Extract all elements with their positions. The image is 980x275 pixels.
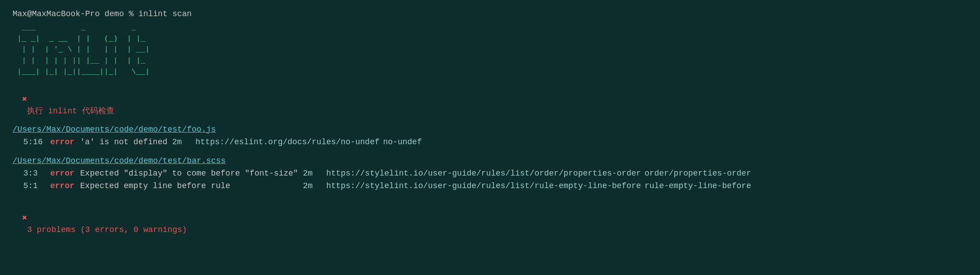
status-text: 执行 inlint 代码检查 [22, 107, 114, 116]
lint-line-col: 3:3 [23, 168, 47, 180]
prompt-line: Max@MaxMacBook-Pro demo % inlint scan [13, 8, 967, 20]
file-path-1: /Users/Max/Documents/code/demo/test/foo.… [13, 124, 967, 135]
lint-line-col: 5:16 [23, 136, 47, 149]
lint-age: 2m [303, 180, 319, 193]
status-icon: ✖ [22, 95, 27, 104]
status-line: ✖ 执行 inlint 代码检查 [13, 82, 967, 117]
ascii-line-3: | | | '_ \ | | | | | __| [13, 44, 967, 56]
ascii-line-2: |_ _| _ __ | | (_) | |_ [13, 34, 967, 45]
lint-row-2-1: 3:3 error Expected "display" to come bef… [13, 168, 967, 180]
summary-icon: ✖ [22, 214, 27, 223]
ascii-logo: ___ _ _ |_ _| _ __ | | (_) | |_ | | | '_… [13, 22, 967, 77]
lint-rule: order/properties-order [645, 168, 751, 180]
lint-age: 2m [303, 168, 319, 180]
lint-line-col: 5:1 [23, 180, 47, 193]
lint-rule: rule-empty-line-before [645, 180, 751, 193]
lint-severity: error [50, 168, 75, 180]
lint-row-2-2: 5:1 error Expected empty line before rul… [13, 180, 967, 193]
lint-row-1-1: 5:16 error 'a' is not defined 2m https:/… [13, 136, 967, 149]
ascii-line-5: |___| |_| |_||____||_| \__| [13, 67, 967, 78]
lint-severity: error [50, 180, 75, 193]
file-section-2: /Users/Max/Documents/code/demo/test/bar.… [13, 155, 967, 193]
lint-message: Expected empty line before rule [75, 180, 303, 193]
lint-rule: no-undef [383, 136, 422, 149]
summary-text: 3 problems (3 errors, 0 warnings) [22, 225, 187, 234]
lint-message: Expected "display" to come before "font-… [75, 168, 303, 180]
file-path-2: /Users/Max/Documents/code/demo/test/bar.… [13, 155, 967, 167]
lint-url: https://stylelint.io/user-guide/rules/li… [326, 168, 641, 180]
lint-severity: error [50, 136, 75, 149]
lint-url: https://eslint.org/docs/rules/no-undef [195, 136, 379, 149]
file-section-1: /Users/Max/Documents/code/demo/test/foo.… [13, 124, 967, 149]
ascii-line-1: ___ _ _ [13, 22, 967, 34]
ascii-line-4: | | | | | || |__ | | | |_ [13, 56, 967, 67]
lint-age: 2m [172, 136, 188, 149]
lint-message: 'a' is not defined [75, 136, 172, 149]
lint-url: https://stylelint.io/user-guide/rules/li… [326, 180, 641, 193]
summary-line: ✖ 3 problems (3 errors, 0 warnings) [13, 200, 967, 235]
